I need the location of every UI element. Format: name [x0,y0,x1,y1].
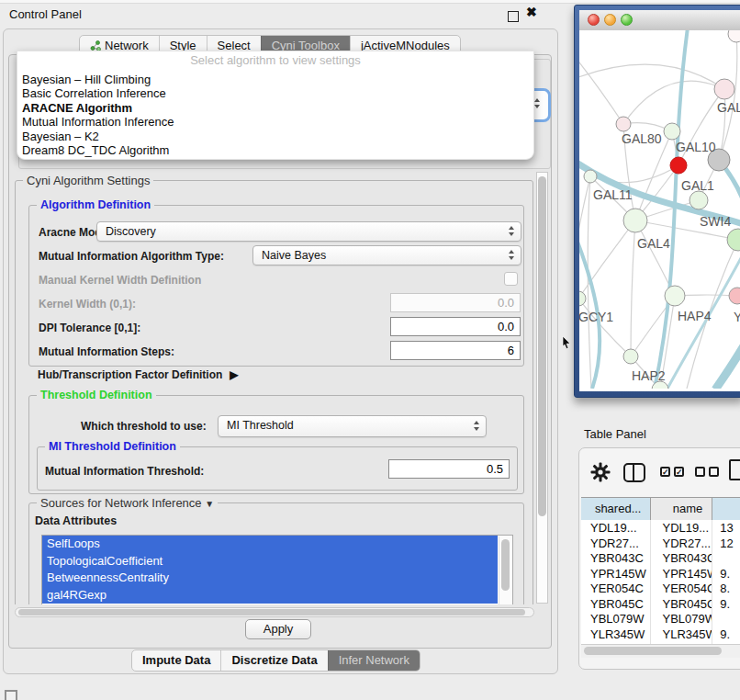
node-gcy1[interactable] [579,291,586,306]
table-row[interactable]: YER054CYER054C8. [581,581,740,596]
float-window-icon[interactable] [508,11,519,22]
svg-text:GAL10: GAL10 [676,140,716,154]
node-hap2[interactable] [623,349,638,364]
zoom-traffic-light[interactable] [621,14,633,26]
dpi-tolerance-field[interactable]: 0.0 [390,317,521,336]
data-attributes-list[interactable]: SelfLoops TopologicalCoefficient Between… [41,535,513,604]
svg-text:GAL11: GAL11 [593,187,633,202]
group-title: Cyni Algorithm Settings [23,174,153,187]
mi-steps-label: Mutual Information Steps: [39,345,174,358]
attribute-item[interactable]: SelfLoops [42,536,498,553]
attribute-item[interactable]: gal4RGexp [42,587,498,604]
manual-kernel-label: Manual Kernel Width Definition [39,274,201,287]
hub-definition-expander[interactable]: Hub/Transcription Factor Definition▶ [38,368,239,381]
group-title: Algorithm Definition [37,198,154,211]
settings-vertical-scrollbar[interactable] [536,172,548,604]
svg-text:SWI4: SWI4 [700,214,731,229]
close-icon[interactable]: ✖ [526,5,537,19]
node-hap4[interactable] [665,286,685,306]
column-header[interactable] [712,498,740,521]
dropdown-item[interactable]: Bayesian – Hill Climbing [22,73,533,86]
tab-infer-network[interactable]: Infer Network [328,650,420,671]
dropdown-item[interactable]: Dream8 DC_TDC Algorithm [22,143,533,157]
sources-title[interactable]: Sources for Network Inference ▼ [37,496,218,510]
mi-threshold-field[interactable]: 0.5 [388,459,510,479]
dpi-tolerance-label: DPI Tolerance [0,1]: [39,322,140,334]
table-horizontal-scrollbar[interactable] [581,644,740,658]
network-canvas[interactable]: GAL GAL80 GAL10 GAL1 GAL11 SWI4 GAL4 GCY… [579,30,740,391]
aracne-mode-combo[interactable]: Discovery [96,221,521,242]
manual-kernel-checkbox [504,272,518,286]
svg-text:GAL80: GAL80 [622,131,662,146]
dropdown-item[interactable]: Basic Correlation Inference [22,86,533,100]
network-view-window: GAL GAL80 GAL10 GAL1 GAL11 SWI4 GAL4 GCY… [574,5,740,398]
node-pink[interactable] [729,288,740,304]
select-all-checkboxes-icon[interactable]: ✓✓ [660,467,688,483]
mi-threshold-group: MI Threshold Definition Mutual Informati… [37,446,518,491]
column-header-name[interactable]: name [651,498,712,521]
close-traffic-light[interactable] [588,14,600,26]
table-row[interactable]: YDR27...YDR27...12 [581,536,740,551]
screen: { "colors": { "selection_blue": "#3a6bd7… [0,0,740,700]
scrollbar-thumb[interactable] [538,176,546,516]
which-threshold-label: Which threshold to use: [81,420,207,433]
table-row[interactable]: YLR345WYLR345W9. [581,627,740,642]
svg-text:GCY1: GCY1 [579,310,613,324]
node-gal10[interactable] [664,123,680,140]
dropdown-item[interactable]: Mutual Information Inference [22,115,533,129]
table-panel-title: Table Panel [584,427,646,441]
svg-text:GAL: GAL [717,100,740,115]
settings-scroll-area: Cyni Algorithm Settings Algorithm Defini… [12,171,535,604]
table-row[interactable]: YBL079WYBL079W [581,611,740,627]
bottom-tabbar: Impute Data Discretize Data Infer Networ… [131,649,420,672]
table-row[interactable]: YDL19...YDL19...13 [581,520,740,536]
mouse-cursor [562,336,573,350]
node-gal4[interactable] [623,209,647,232]
node-gal1-selected[interactable] [670,157,687,174]
table-row[interactable]: YBR043CYBR043C [581,550,740,566]
node[interactable] [728,30,740,42]
hub-definition-label: Hub/Transcription Factor Definition [38,368,222,381]
list-scrollbar[interactable] [499,536,511,604]
attribute-item[interactable]: BetweennessCentrality [42,570,498,587]
collapse-arrow-icon: ▼ [205,499,214,509]
node-gal80[interactable] [616,117,631,131]
minimized-panel-icon[interactable] [5,690,17,700]
apply-button[interactable]: Apply [245,619,311,639]
new-table-document-icon[interactable] [729,459,740,480]
tab-discretize-data[interactable]: Discretize Data [220,650,327,671]
table-row[interactable]: YBR045CYBR045C9. [581,596,740,612]
column-layout-icon[interactable] [623,463,645,482]
network-icon [90,40,101,51]
scrollbar-thumb[interactable] [18,609,525,615]
table-panel: ✓✓ shared... name YDL19...YDL19...13 YDR… [578,447,740,670]
which-threshold-combo[interactable]: MI Threshold [218,415,487,437]
tab-impute-data[interactable]: Impute Data [132,650,220,671]
deselect-all-checkboxes-icon[interactable] [695,467,723,483]
combo-value: Naive Bayes [262,249,326,262]
column-header-shared-name[interactable]: shared... [581,498,651,521]
node-swi4[interactable] [690,191,708,209]
mi-type-combo[interactable]: Naive Bayes [252,245,521,265]
expand-arrow-icon: ▶ [230,368,238,381]
network-window-titlebar[interactable] [579,10,740,31]
dropdown-item[interactable]: Bayesian – K2 [22,130,533,143]
threshold-definition-group: Threshold Definition Which threshold to … [28,395,524,494]
cyni-algorithm-settings-group: Cyni Algorithm Settings Algorithm Defini… [15,180,533,604]
settings-horizontal-scrollbar[interactable] [15,607,534,617]
table-row[interactable]: YPR145WYPR145W9. [581,566,740,581]
network-nodes[interactable] [579,30,740,389]
node-gal11[interactable] [584,170,597,183]
combo-value: MI Threshold [227,419,294,432]
minimize-traffic-light[interactable] [604,14,616,26]
combo-spinner-icon [509,250,514,260]
attribute-item[interactable]: TopologicalCoefficient [42,553,498,570]
scrollbar-thumb[interactable] [584,647,722,655]
settings-gear-icon[interactable] [590,462,611,486]
node-gal[interactable] [714,79,734,99]
network-graph: GAL GAL80 GAL10 GAL1 GAL11 SWI4 GAL4 GCY… [579,30,740,389]
scrollbar-thumb[interactable] [501,539,510,591]
dropdown-item-selected[interactable]: ARACNE Algorithm [22,101,533,115]
mi-steps-field[interactable]: 6 [390,341,521,360]
node-green[interactable] [727,229,740,251]
